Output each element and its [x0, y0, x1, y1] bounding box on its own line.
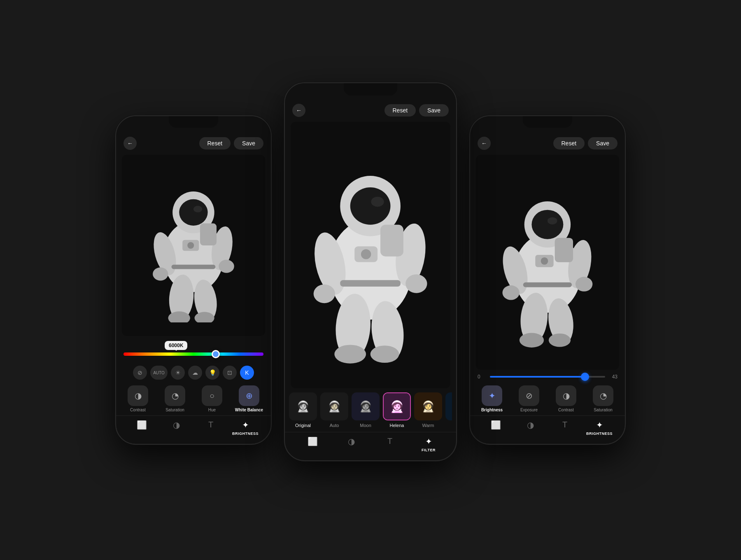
reset-button-left[interactable]: Reset: [199, 137, 231, 149]
filter-mini-auto: 🧑‍🚀: [320, 392, 348, 420]
wb-btn-sun[interactable]: ☀: [171, 366, 185, 380]
tool-wb-left[interactable]: ⊕ White Balance: [231, 385, 267, 412]
brightness-label-left: BRIGHTNESS: [232, 432, 259, 436]
vol-buttons: [115, 178, 116, 208]
tab-crop-left[interactable]: ⬜: [124, 420, 159, 436]
saturation-label-right: Saturation: [594, 408, 613, 412]
crop-icon-center: ⬜: [308, 436, 318, 446]
filter-thumb-cool[interactable]: 🧑‍🚀: [445, 392, 452, 420]
astronaut-image-right: [487, 171, 608, 354]
power-btn-right: [625, 190, 626, 211]
reset-button-center[interactable]: Reset: [384, 104, 416, 117]
astronaut-image-center: [298, 135, 442, 375]
tab-crop-center[interactable]: ⬜: [293, 436, 332, 452]
tab-text-right[interactable]: T: [548, 420, 582, 436]
tab-bar-right: ⬜ ◑ T ✦ BRIGHTNESS: [470, 415, 625, 444]
tool-saturation-left[interactable]: ◔ Saturation: [157, 385, 193, 412]
filter-auto[interactable]: 🧑‍🚀 Auto: [320, 392, 348, 428]
wb-btn-flash[interactable]: ⊡: [223, 366, 237, 380]
brightness-val-left: 0: [478, 374, 486, 380]
save-button-left[interactable]: Save: [234, 137, 263, 149]
saturation-label-left: Saturation: [165, 408, 184, 412]
tab-filter-center[interactable]: ✦ FILTER: [409, 436, 448, 452]
filter-mini-original: 🧑‍🚀: [289, 392, 317, 420]
svg-point-45: [549, 334, 571, 347]
brightness-thumb[interactable]: [581, 373, 589, 381]
svg-point-11: [219, 260, 234, 273]
wb-btn-auto[interactable]: AUTO: [150, 366, 168, 380]
tone-icon-center: ◑: [348, 436, 355, 446]
header-actions-right: Reset Save: [553, 137, 618, 149]
tool-brightness-right[interactable]: ✦ Brightness: [474, 385, 510, 412]
back-button-right[interactable]: ←: [478, 137, 491, 150]
filter-name-auto: Auto: [330, 423, 339, 428]
tab-brightness-right[interactable]: ✦ BRIGHTNESS: [582, 420, 617, 436]
brightness-track[interactable]: [490, 376, 605, 378]
wb-tooltip: 6000K: [165, 341, 187, 350]
tool-saturation-right[interactable]: ◔ Saturation: [585, 385, 621, 412]
hue-label-left: Hue: [208, 408, 216, 412]
filter-thumb-original[interactable]: 🧑‍🚀: [289, 392, 317, 420]
tab-bar-left: ⬜ ◑ T ✦ BRIGHTNESS: [116, 415, 271, 444]
wb-btn-k[interactable]: K: [240, 366, 254, 380]
filter-astronaut-helena: 🧑‍🚀: [390, 400, 404, 413]
tool-exposure-right[interactable]: ⊘ Exposure: [511, 385, 547, 412]
color-slider[interactable]: [124, 352, 263, 356]
slider-thumb[interactable]: [212, 350, 220, 358]
svg-point-19: [371, 197, 384, 207]
tab-crop-right[interactable]: ⬜: [478, 420, 513, 436]
svg-point-43: [576, 277, 592, 291]
svg-rect-41: [523, 282, 572, 287]
svg-point-34: [532, 210, 564, 239]
tab-tone-right[interactable]: ◑: [513, 420, 548, 436]
filter-icon-center: ✦: [425, 436, 432, 446]
save-button-right[interactable]: Save: [588, 137, 618, 149]
svg-point-15: [187, 242, 194, 249]
filter-name-warm: Warm: [422, 423, 434, 428]
filter-warm[interactable]: 🧑‍🚀 Warm: [414, 392, 442, 428]
wb-row: ⊘ AUTO ☀ ☁ 💡 ⊡ K: [116, 363, 271, 382]
tool-hue-left[interactable]: ○ Hue: [194, 385, 230, 412]
crop-icon-left: ⬜: [137, 420, 147, 430]
filter-cool[interactable]: 🧑‍🚀 C...: [445, 392, 452, 428]
svg-point-29: [370, 345, 399, 363]
wb-btn-no[interactable]: ⊘: [133, 366, 147, 380]
brightness-icon-right: ✦: [596, 420, 603, 430]
filter-thumb-helena[interactable]: 🧑‍🚀: [383, 392, 411, 420]
notch-right: [523, 116, 572, 128]
contrast-label-right: Contrast: [558, 408, 574, 412]
filter-helena[interactable]: 🧑‍🚀 Helena: [383, 392, 411, 428]
filter-row: 🧑‍🚀 Original 🧑‍🚀 Auto: [289, 392, 452, 428]
tool-contrast-right[interactable]: ◑ Contrast: [548, 385, 584, 412]
filter-moon[interactable]: 🧑‍🚀 Moon: [352, 392, 380, 428]
back-button-center[interactable]: ←: [292, 104, 305, 117]
svg-point-31: [361, 250, 371, 259]
brightness-tool-label-right: Brightness: [481, 408, 503, 412]
wb-btn-bulb[interactable]: 💡: [205, 366, 219, 380]
reset-button-right[interactable]: Reset: [553, 137, 585, 149]
tab-tone-center[interactable]: ◑: [332, 436, 370, 452]
contrast-icon-right: ◑: [556, 385, 576, 406]
svg-rect-25: [340, 280, 401, 287]
filter-thumb-warm[interactable]: 🧑‍🚀: [414, 392, 442, 420]
filter-original[interactable]: 🧑‍🚀 Original: [289, 392, 317, 428]
crop-icon-right: ⬜: [491, 420, 501, 430]
text-icon-center: T: [387, 436, 392, 446]
back-button-left[interactable]: ←: [124, 137, 137, 150]
tab-tone-left[interactable]: ◑: [159, 420, 193, 436]
tone-icon-left: ◑: [173, 420, 180, 430]
tab-brightness-left[interactable]: ✦ BRIGHTNESS: [228, 420, 263, 436]
contrast-icon-left: ◑: [128, 385, 148, 406]
tab-text-left[interactable]: T: [193, 420, 228, 436]
save-button-center[interactable]: Save: [419, 104, 449, 117]
svg-point-26: [314, 285, 335, 303]
tool-contrast-left[interactable]: ◑ Contrast: [120, 385, 156, 412]
filter-name-helena: Helena: [390, 423, 404, 428]
tab-text-center[interactable]: T: [370, 436, 409, 452]
header-actions-left: Reset Save: [199, 137, 264, 149]
filter-thumb-auto[interactable]: 🧑‍🚀: [320, 392, 348, 420]
exposure-label-right: Exposure: [520, 408, 538, 412]
wb-btn-cloud[interactable]: ☁: [188, 366, 202, 380]
phone-left-inner: ← Reset Save: [116, 116, 271, 444]
filter-thumb-moon[interactable]: 🧑‍🚀: [352, 392, 380, 420]
